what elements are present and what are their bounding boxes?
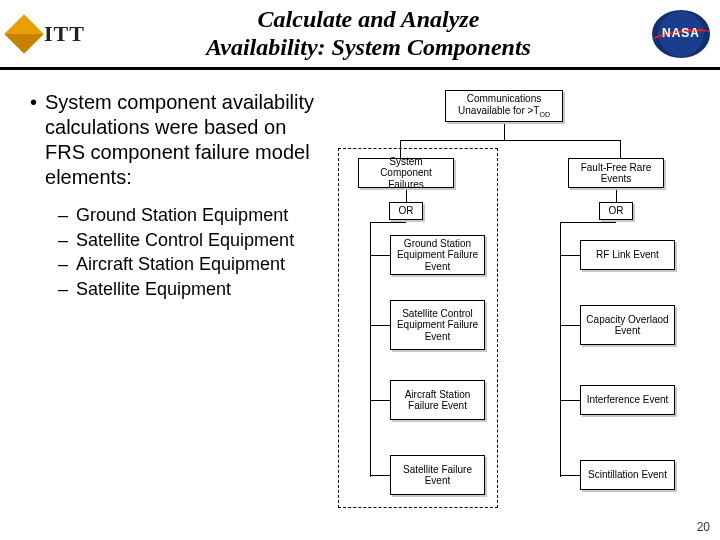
sub-bullet: – Satellite Control Equipment bbox=[58, 229, 330, 252]
sub-bullet-text: Aircraft Station Equipment bbox=[76, 253, 285, 276]
connector-line bbox=[560, 222, 561, 477]
sub-bullet: – Aircraft Station Equipment bbox=[58, 253, 330, 276]
nasa-logo-text: NASA bbox=[652, 26, 710, 40]
left-child-text: Ground Station Equipment Failure Event bbox=[395, 238, 480, 273]
root-node-text: Communications Unavailable for >TOD bbox=[458, 93, 550, 119]
or-label: OR bbox=[399, 205, 414, 217]
main-bullet-text: System component availability calculatio… bbox=[45, 90, 330, 190]
nasa-logo: NASA bbox=[652, 10, 710, 58]
left-child-text: Aircraft Station Failure Event bbox=[395, 389, 480, 412]
right-child-node: Interference Event bbox=[580, 385, 675, 415]
connector-line bbox=[406, 190, 407, 202]
connector-line bbox=[560, 400, 580, 401]
slide-header: ITT Calculate and Analyze Availability: … bbox=[0, 0, 720, 70]
connector-line bbox=[370, 222, 371, 477]
right-child-text: Interference Event bbox=[587, 394, 669, 406]
connector-line bbox=[560, 255, 580, 256]
sub-bullet-text: Satellite Equipment bbox=[76, 278, 231, 301]
main-bullet: • System component availability calculat… bbox=[30, 90, 330, 190]
sub-bullet: – Ground Station Equipment bbox=[58, 204, 330, 227]
sub-bullet: – Satellite Equipment bbox=[58, 278, 330, 301]
slide-title: Calculate and Analyze Availability: Syst… bbox=[85, 6, 652, 61]
left-child-node: Ground Station Equipment Failure Event bbox=[390, 235, 485, 275]
itt-logo: ITT bbox=[10, 20, 85, 48]
page-number: 20 bbox=[697, 520, 710, 534]
left-child-text: Satellite Control Equipment Failure Even… bbox=[395, 308, 480, 343]
root-subscript: OD bbox=[539, 111, 550, 118]
left-child-node: Satellite Failure Event bbox=[390, 455, 485, 495]
slide-body: • System component availability calculat… bbox=[0, 70, 720, 510]
title-line-1: Calculate and Analyze bbox=[258, 6, 480, 32]
sub-bullet-text: Satellite Control Equipment bbox=[76, 229, 294, 252]
right-branch-text: Fault-Free Rare Events bbox=[573, 162, 659, 185]
title-line-2: Availability: System Components bbox=[206, 34, 531, 60]
connector-line bbox=[560, 222, 616, 223]
right-child-text: Scintillation Event bbox=[588, 469, 667, 481]
right-child-text: RF Link Event bbox=[596, 249, 659, 261]
connector-line bbox=[370, 222, 406, 223]
bullet-dot-icon: • bbox=[30, 90, 37, 190]
connector-line bbox=[560, 475, 580, 476]
root-line2: Unavailable for >T bbox=[458, 105, 539, 116]
text-column: • System component availability calculat… bbox=[30, 90, 330, 510]
left-child-node: Aircraft Station Failure Event bbox=[390, 380, 485, 420]
connector-line bbox=[370, 475, 390, 476]
connector-line bbox=[370, 255, 390, 256]
dash-icon: – bbox=[58, 229, 68, 252]
itt-logo-text: ITT bbox=[44, 21, 85, 47]
right-child-node: Capacity Overlaod Event bbox=[580, 305, 675, 345]
sub-bullet-text: Ground Station Equipment bbox=[76, 204, 288, 227]
connector-line bbox=[370, 325, 390, 326]
connector-line bbox=[504, 124, 505, 140]
or-gate-right: OR bbox=[599, 202, 633, 220]
left-child-node: Satellite Control Equipment Failure Even… bbox=[390, 300, 485, 350]
right-child-node: Scintillation Event bbox=[580, 460, 675, 490]
root-node: Communications Unavailable for >TOD bbox=[445, 90, 563, 122]
connector-line bbox=[370, 400, 390, 401]
right-child-node: RF Link Event bbox=[580, 240, 675, 270]
fault-tree-diagram: Communications Unavailable for >TOD Syst… bbox=[330, 90, 706, 510]
connector-line bbox=[616, 190, 617, 202]
or-label: OR bbox=[609, 205, 624, 217]
dash-icon: – bbox=[58, 253, 68, 276]
dash-icon: – bbox=[58, 278, 68, 301]
left-branch-node: System Component Failures bbox=[358, 158, 454, 188]
sub-bullet-list: – Ground Station Equipment – Satellite C… bbox=[30, 204, 330, 300]
right-branch-node: Fault-Free Rare Events bbox=[568, 158, 664, 188]
connector-line bbox=[400, 140, 620, 141]
left-branch-text: System Component Failures bbox=[363, 156, 449, 191]
itt-diamond-icon bbox=[4, 14, 44, 54]
connector-line bbox=[620, 140, 621, 158]
left-child-text: Satellite Failure Event bbox=[395, 464, 480, 487]
dash-icon: – bbox=[58, 204, 68, 227]
or-gate-left: OR bbox=[389, 202, 423, 220]
right-child-text: Capacity Overlaod Event bbox=[585, 314, 670, 337]
root-line1: Communications bbox=[467, 93, 541, 104]
connector-line bbox=[560, 325, 580, 326]
